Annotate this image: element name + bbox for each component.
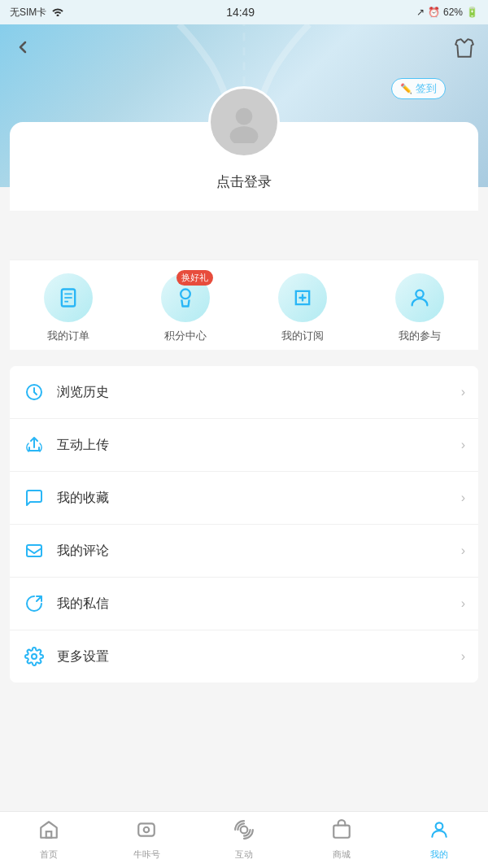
interact-label: 互动: [235, 848, 253, 861]
svg-point-7: [416, 290, 423, 298]
svg-point-0: [236, 108, 253, 125]
login-text[interactable]: 点击登录: [26, 172, 462, 191]
status-left: 无SIM卡: [10, 6, 64, 20]
main-content: ✏️ 签到 点击登录 我的订单 换好礼 积分中心: [0, 24, 488, 811]
sign-in-label: 签到: [416, 81, 437, 96]
sign-in-button[interactable]: ✏️ 签到: [391, 78, 446, 99]
quick-item-subscriptions[interactable]: 我的订阅: [278, 273, 327, 343]
mine-label: 我的: [430, 848, 448, 861]
upload-icon: [23, 434, 46, 456]
history-arrow: ›: [461, 385, 465, 399]
favorites-label: 我的收藏: [57, 490, 450, 507]
svg-rect-15: [333, 826, 350, 838]
list-section: 浏览历史 › 互动上传 › 我的收藏 › 我的评论 ›: [10, 366, 478, 683]
history-label: 浏览历史: [57, 384, 450, 401]
avatar-wrap: ✏️ 签到: [26, 86, 462, 158]
list-item-favorites[interactable]: 我的收藏 ›: [10, 472, 478, 525]
svg-point-13: [144, 827, 150, 833]
channel-icon: [136, 819, 157, 845]
nav-item-mine[interactable]: 我的: [390, 819, 488, 861]
status-right: ↗ ⏰ 62% 🔋: [416, 7, 478, 18]
avatar[interactable]: [208, 86, 280, 158]
nav-item-home[interactable]: 首页: [0, 819, 98, 861]
alarm-icon: ⏰: [428, 7, 440, 18]
pencil-icon: ✏️: [400, 83, 412, 94]
svg-point-10: [32, 654, 37, 659]
points-label: 积分中心: [164, 329, 207, 343]
history-icon: [23, 381, 46, 403]
settings-icon: [23, 645, 46, 668]
messages-arrow: ›: [461, 596, 465, 611]
quick-item-participation[interactable]: 我的参与: [395, 273, 444, 343]
settings-label: 更多设置: [57, 648, 450, 665]
orders-icon-wrap: [44, 273, 93, 322]
shop-label: 商城: [333, 848, 351, 861]
mine-icon: [429, 819, 450, 845]
quick-menu: 我的订单 换好礼 积分中心 我的订阅 我的参与: [10, 260, 478, 350]
orders-label: 我的订单: [47, 329, 89, 343]
comments-icon: [23, 539, 46, 562]
profile-card: ✏️ 签到 点击登录: [10, 122, 478, 211]
list-item-settings[interactable]: 更多设置 ›: [10, 630, 478, 683]
home-icon: [38, 819, 59, 845]
upload-arrow: ›: [461, 438, 465, 452]
messages-label: 我的私信: [57, 595, 450, 613]
status-time: 14:49: [226, 6, 255, 19]
svg-rect-12: [138, 823, 155, 835]
messages-icon: [23, 592, 46, 615]
list-item-history[interactable]: 浏览历史 ›: [10, 366, 478, 419]
subscriptions-label: 我的订阅: [281, 329, 324, 343]
nav-item-channel[interactable]: 牛咔号: [98, 819, 195, 861]
quick-item-orders[interactable]: 我的订单: [44, 273, 93, 343]
participation-label: 我的参与: [399, 329, 441, 343]
list-item-messages[interactable]: 我的私信 ›: [10, 578, 478, 630]
svg-point-14: [241, 827, 248, 834]
favorites-arrow: ›: [461, 491, 465, 505]
channel-label: 牛咔号: [133, 848, 160, 861]
status-bar: 无SIM卡 14:49 ↗ ⏰ 62% 🔋: [0, 0, 488, 24]
comments-arrow: ›: [461, 543, 465, 558]
bottom-nav: 首页 牛咔号 互动 商城 我的: [0, 811, 488, 868]
sim-signal: 无SIM卡: [10, 6, 46, 20]
participation-icon-wrap: [395, 273, 444, 322]
favorites-icon: [23, 486, 46, 509]
interact-icon: [233, 819, 255, 845]
upload-label: 互动上传: [57, 437, 450, 454]
nav-item-shop[interactable]: 商城: [293, 819, 390, 861]
home-label: 首页: [40, 848, 58, 861]
battery-level: 62%: [443, 7, 463, 18]
subscriptions-icon-wrap: [278, 273, 327, 322]
points-badge: 换好礼: [176, 270, 213, 286]
svg-point-16: [436, 822, 443, 830]
list-item-upload[interactable]: 互动上传 ›: [10, 419, 478, 472]
wifi-icon: [51, 7, 64, 19]
svg-point-1: [230, 126, 259, 143]
location-icon: ↗: [416, 7, 425, 18]
comments-label: 我的评论: [57, 543, 450, 560]
list-item-comments[interactable]: 我的评论 ›: [10, 525, 478, 578]
settings-arrow: ›: [461, 649, 465, 664]
svg-point-6: [181, 290, 190, 299]
svg-rect-11: [46, 831, 52, 838]
shop-icon: [331, 819, 352, 845]
quick-item-points[interactable]: 换好礼 积分中心: [161, 273, 210, 343]
nav-item-interact[interactable]: 互动: [195, 819, 293, 861]
battery-icon: 🔋: [466, 7, 478, 18]
